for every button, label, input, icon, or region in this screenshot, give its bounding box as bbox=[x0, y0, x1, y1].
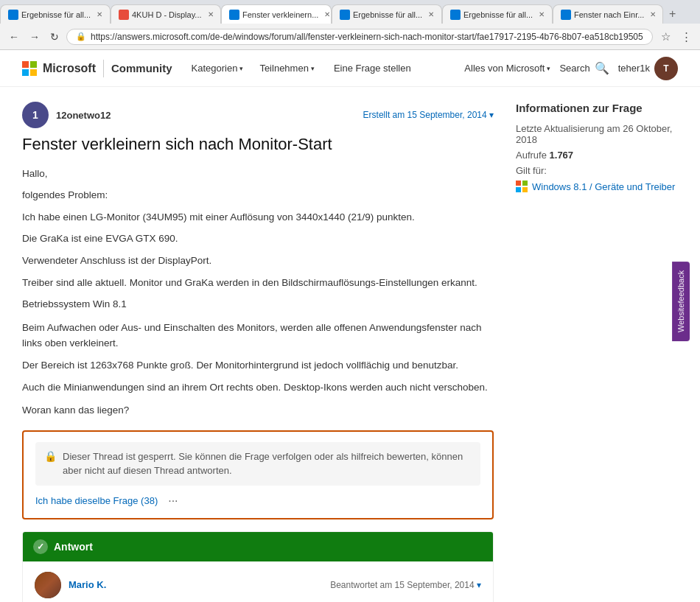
answer-author-avatar bbox=[35, 572, 61, 598]
browser-toolbar: ← → ↻ 🔒 https://answers.microsoft.com/de… bbox=[0, 24, 700, 50]
nav-teilnehmen[interactable]: Teilnehmen ▾ bbox=[252, 58, 322, 78]
answer-section: ✓ Antwort Mario K. Beantwortet am 15 Sep… bbox=[22, 531, 494, 602]
microsoft-logo-text: Microsoft bbox=[43, 62, 96, 75]
sidebar: Informationen zur Frage Letzte Aktualisi… bbox=[516, 102, 678, 602]
tab-favicon-1 bbox=[8, 10, 18, 20]
user-menu[interactable]: teher1k T bbox=[618, 57, 678, 80]
same-question-link[interactable]: Ich habe dieselbe Frage (38) bbox=[35, 495, 158, 506]
locked-actions: Ich habe dieselbe Frage (38) ··· bbox=[35, 494, 480, 508]
answer-header: ✓ Antwort bbox=[23, 532, 493, 561]
answer-date: Beantwortet am 15 September, 2014 ▾ bbox=[330, 580, 481, 590]
locked-text: Dieser Thread ist gesperrt. Sie können d… bbox=[63, 449, 472, 478]
back-button[interactable]: ← bbox=[6, 29, 22, 44]
sidebar-views-count: 1.767 bbox=[550, 150, 574, 161]
tab-label-1: Ergebnisse für all... bbox=[21, 10, 91, 19]
ms-logo: Microsoft bbox=[22, 61, 96, 76]
tab-close-5[interactable]: ✕ bbox=[539, 10, 545, 18]
tab-close-3[interactable]: ✕ bbox=[324, 10, 330, 18]
tab-close-2[interactable]: ✕ bbox=[208, 10, 214, 18]
content-area: 1 12onetwo12 Erstellt am 15 September, 2… bbox=[22, 102, 494, 602]
community-label: Community bbox=[111, 62, 172, 74]
logo-separator bbox=[103, 60, 104, 77]
site-header: Microsoft Community Kategorien ▾ Teilneh… bbox=[0, 50, 700, 87]
windows-flag-icon bbox=[516, 181, 528, 192]
ms-square-green bbox=[30, 61, 37, 68]
question-author-avatar: 1 bbox=[22, 102, 49, 128]
browser-tab-5[interactable]: Ergebnisse für all... ✕ bbox=[442, 4, 553, 24]
bookmark-button[interactable]: ☆ bbox=[657, 28, 674, 46]
ms-logo-squares bbox=[22, 61, 37, 76]
tab-label-5: Ergebnisse für all... bbox=[463, 10, 533, 19]
tab-label-3: Fenster verkleinern... bbox=[242, 10, 318, 19]
applies-to-link[interactable]: Windows 8.1 / Geräte und Treiber bbox=[532, 181, 675, 192]
reload-button[interactable]: ↻ bbox=[47, 29, 62, 44]
ms-square-red bbox=[22, 61, 29, 68]
sidebar-info-box: Informationen zur Frage Letzte Aktualisi… bbox=[516, 102, 678, 192]
answer-body: Mario K. Beantwortet am 15 September, 20… bbox=[23, 561, 493, 602]
tab-favicon-2 bbox=[119, 10, 129, 20]
ssl-lock-icon: 🔒 bbox=[76, 32, 86, 41]
browser-tab-4[interactable]: Ergebnisse für all... ✕ bbox=[332, 4, 442, 24]
tab-label-6: Fenster nach Einr... bbox=[574, 10, 644, 19]
browser-tab-1[interactable]: Ergebnisse für all... ✕ bbox=[0, 4, 111, 24]
browser-tabs: Ergebnisse für all... ✕ 4KUH D - Display… bbox=[0, 0, 700, 24]
tab-favicon-3 bbox=[229, 10, 239, 20]
locked-thread-box: 🔒 Dieser Thread ist gesperrt. Sie können… bbox=[22, 430, 494, 519]
question-date-dropdown[interactable]: ▾ bbox=[489, 110, 494, 120]
kategorien-caret: ▾ bbox=[239, 65, 243, 72]
username-label: teher1k bbox=[618, 63, 650, 74]
forward-button[interactable]: → bbox=[27, 29, 43, 44]
nav-frage-stellen[interactable]: Eine Frage stellen bbox=[326, 58, 419, 78]
sidebar-views: Aufrufe 1.767 bbox=[516, 150, 678, 161]
question-title: Fenster verkleinern sich nach Monitor-St… bbox=[22, 134, 494, 155]
teilnehmen-caret: ▾ bbox=[311, 65, 315, 72]
tab-label-2: 4KUH D - Display... bbox=[132, 10, 202, 19]
question-meta: 1 12onetwo12 Erstellt am 15 September, 2… bbox=[22, 102, 494, 128]
tab-close-1[interactable]: ✕ bbox=[97, 10, 102, 18]
browser-chrome: Ergebnisse für all... ✕ 4KUH D - Display… bbox=[0, 0, 700, 50]
tab-favicon-4 bbox=[340, 10, 350, 20]
alles-caret: ▾ bbox=[547, 65, 550, 72]
toolbar-icons: ☆ ⋮ bbox=[657, 28, 696, 46]
answer-meta: Mario K. Beantwortet am 15 September, 20… bbox=[35, 572, 481, 598]
answer-date-dropdown[interactable]: ▾ bbox=[477, 580, 481, 590]
browser-tab-2[interactable]: 4KUH D - Display... ✕ bbox=[111, 4, 221, 24]
tab-label-4: Ergebnisse für all... bbox=[353, 10, 422, 19]
answer-author-name[interactable]: Mario K. bbox=[69, 579, 106, 590]
main-layout: 1 12onetwo12 Erstellt am 15 September, 2… bbox=[0, 87, 700, 602]
tab-close-6[interactable]: ✕ bbox=[650, 10, 656, 18]
question-author-name[interactable]: 12onetwo12 bbox=[56, 110, 111, 121]
ms-square-yellow bbox=[30, 69, 37, 76]
browser-tab-6[interactable]: Fenster nach Einr... ✕ bbox=[553, 4, 663, 24]
more-options-button[interactable]: ··· bbox=[165, 494, 181, 508]
user-avatar: T bbox=[654, 57, 678, 80]
address-bar[interactable]: 🔒 https://answers.microsoft.com/de-de/wi… bbox=[66, 29, 653, 45]
websitefeedback-tab[interactable]: Websitefeedback bbox=[672, 261, 690, 340]
nav-kategorien[interactable]: Kategorien ▾ bbox=[184, 58, 251, 78]
browser-tab-3[interactable]: Fenster verkleinern... ✕ bbox=[221, 4, 332, 24]
tab-close-4[interactable]: ✕ bbox=[428, 10, 434, 18]
tab-favicon-5 bbox=[450, 10, 461, 20]
main-nav: Kategorien ▾ Teilnehmen ▾ Eine Frage ste… bbox=[184, 58, 419, 78]
ms-square-blue bbox=[22, 69, 29, 76]
new-tab-button[interactable]: + bbox=[663, 4, 682, 24]
page-wrapper: Microsoft Community Kategorien ▾ Teilneh… bbox=[0, 50, 700, 602]
locked-notice: 🔒 Dieser Thread ist gesperrt. Sie können… bbox=[35, 442, 480, 486]
lock-icon: 🔒 bbox=[44, 450, 57, 462]
question-body: Hallo, folgendes Problem: Ich habe einen… bbox=[22, 166, 494, 419]
question-date: Erstellt am 15 September, 2014 ▾ bbox=[363, 110, 494, 120]
tab-favicon-6 bbox=[561, 10, 571, 20]
sidebar-applies-to-label: Gilt für: bbox=[516, 165, 678, 176]
windows-badge: Windows 8.1 / Geräte und Treiber bbox=[516, 181, 678, 192]
answer-check-icon: ✓ bbox=[33, 539, 48, 554]
search-button[interactable]: Search 🔍 bbox=[559, 61, 609, 75]
alles-von-microsoft-button[interactable]: Alles von Microsoft ▾ bbox=[464, 63, 550, 74]
header-right: Alles von Microsoft ▾ Search 🔍 teher1k T bbox=[464, 57, 678, 80]
sidebar-last-updated: Letzte Aktualisierung am 26 Oktober, 201… bbox=[516, 123, 678, 145]
url-text: https://answers.microsoft.com/de-de/wind… bbox=[91, 32, 643, 42]
extensions-button[interactable]: ⋮ bbox=[677, 28, 696, 46]
search-icon: 🔍 bbox=[595, 61, 609, 75]
sidebar-title: Informationen zur Frage bbox=[516, 102, 678, 114]
answer-label: Antwort bbox=[54, 541, 93, 553]
